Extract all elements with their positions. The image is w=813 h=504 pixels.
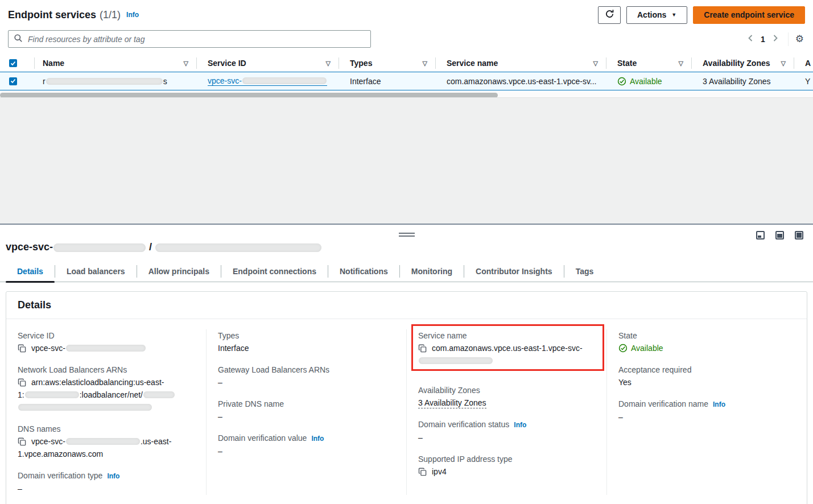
- field-domain-verification-name: Domain verification nameInfo–: [618, 398, 795, 423]
- field-label: Private DNS name: [218, 398, 395, 410]
- pagination: 1 ⚙: [744, 32, 805, 46]
- text-fragment: –: [618, 412, 623, 422]
- split-panel: vpce-svc- / DetailsLoad balancersAllow p…: [0, 224, 813, 504]
- value-line: Available: [618, 342, 795, 354]
- column-label: Availability Zones: [703, 59, 770, 68]
- prev-page-button[interactable]: [744, 33, 757, 45]
- field-value: arn:aws:elasticloadbalancing:us-east-1::…: [18, 376, 195, 414]
- panel-drag-handle[interactable]: [399, 233, 415, 238]
- page-number[interactable]: 1: [761, 35, 765, 44]
- copy-icon[interactable]: [18, 437, 31, 446]
- chevron-right-icon: [772, 34, 779, 44]
- column-header-state[interactable]: State▽: [606, 55, 691, 72]
- copy-icon[interactable]: [418, 344, 432, 353]
- availability-zones-link[interactable]: 3 Availability Zones: [418, 398, 486, 408]
- tab-endpoint-connections[interactable]: Endpoint connections: [221, 261, 328, 282]
- field-value: com.amazonaws.vpce.us-east-1.vpce-svc-: [418, 342, 595, 367]
- search-input[interactable]: [27, 34, 365, 44]
- value-line: arn:aws:elasticloadbalancing:us-east-: [18, 376, 195, 389]
- divider: [788, 32, 789, 46]
- field-label-text: Service ID: [18, 331, 55, 340]
- text-fragment: r: [43, 77, 46, 86]
- row-checkbox-cell: [0, 77, 34, 85]
- info-link[interactable]: Info: [126, 11, 139, 19]
- info-link[interactable]: Info: [514, 421, 526, 429]
- copy-icon[interactable]: [18, 378, 31, 387]
- field-dns-names: DNS namesvpce-svc-.us-east-1.vpce.amazon…: [18, 423, 195, 460]
- tab-contributor-insights[interactable]: Contributor Insights: [464, 261, 564, 282]
- column-header-name[interactable]: Name▽: [34, 55, 196, 72]
- field-label: Domain verification statusInfo: [418, 418, 595, 431]
- redacted-text: [242, 77, 327, 84]
- filter-icon[interactable]: ▽: [326, 60, 331, 67]
- copy-icon[interactable]: [18, 344, 31, 353]
- availability-zones-link[interactable]: 3 Availability Zones: [703, 77, 771, 86]
- tab-allow-principals[interactable]: Allow principals: [137, 261, 221, 282]
- text-fragment: /: [146, 241, 155, 253]
- tab-notifications[interactable]: Notifications: [328, 261, 399, 282]
- filter-icon[interactable]: ▽: [781, 60, 786, 67]
- column-label: Name: [43, 59, 64, 68]
- field-service-id: Service IDvpce-svc-: [18, 329, 195, 354]
- page-title: Endpoint services: [8, 9, 96, 21]
- actions-button[interactable]: Actions ▼: [626, 6, 687, 24]
- info-link[interactable]: Info: [311, 435, 324, 443]
- copy-icon[interactable]: [418, 467, 432, 476]
- settings-button[interactable]: ⚙: [794, 34, 805, 44]
- field-value: Yes: [618, 376, 795, 389]
- column-header-availability-zones[interactable]: Availability Zones▽: [691, 55, 794, 72]
- field-domain-verification-type: Domain verification typeInfo–: [18, 469, 195, 495]
- tab-tags[interactable]: Tags: [564, 261, 605, 282]
- field-value: vpce-svc-: [18, 342, 195, 354]
- column-label: State: [617, 59, 637, 68]
- field-value: 3 Availability Zones: [418, 396, 595, 409]
- search-box[interactable]: [8, 30, 371, 48]
- tab-load-balancers[interactable]: Load balancers: [55, 261, 137, 282]
- column-header-service-name[interactable]: Service name▽: [435, 55, 606, 72]
- tab-bar: DetailsLoad balancersAllow principalsEnd…: [0, 261, 813, 282]
- filter-icon[interactable]: ▽: [593, 60, 598, 67]
- field-label: Network Load Balancers ARNs: [18, 363, 195, 376]
- panel-size-small-icon[interactable]: [756, 231, 765, 239]
- filter-icon[interactable]: ▽: [423, 60, 427, 67]
- value-line: Yes: [618, 376, 795, 389]
- text-fragment: Interface: [218, 344, 249, 353]
- column-header-a[interactable]: A: [794, 55, 813, 72]
- info-link[interactable]: Info: [107, 472, 119, 480]
- table-cell-a: Y: [794, 77, 813, 86]
- next-page-button[interactable]: [769, 33, 782, 45]
- field-label: Acceptance required: [618, 363, 795, 376]
- value-line: 1::loadbalancer/net/: [18, 389, 195, 401]
- panel-title: vpce-svc- /: [6, 240, 807, 254]
- column-header-types[interactable]: Types▽: [339, 55, 435, 72]
- panel-size-medium-icon[interactable]: [775, 231, 784, 239]
- select-all-checkbox-checked[interactable]: [9, 59, 17, 67]
- chevron-left-icon: [747, 34, 754, 44]
- refresh-button[interactable]: [598, 6, 621, 24]
- service-id-link[interactable]: vpce-svc-: [208, 76, 327, 86]
- field-value: –: [218, 445, 395, 457]
- filter-icon[interactable]: ▽: [184, 60, 188, 67]
- redacted-text: [25, 391, 79, 398]
- table-cell-types: Interface: [339, 77, 435, 86]
- field-value: Available: [618, 342, 795, 354]
- column-header-service-id[interactable]: Service ID▽: [196, 55, 339, 72]
- field-label-text: Domain verification type: [18, 471, 102, 480]
- field-types: TypesInterface: [218, 329, 395, 354]
- field-label: Supported IP address type: [418, 453, 595, 465]
- column-label: Service ID: [208, 59, 246, 68]
- filter-icon[interactable]: ▽: [679, 60, 683, 67]
- panel-size-full-icon[interactable]: [795, 231, 803, 239]
- field-value: –: [218, 376, 395, 389]
- row-checkbox-checked[interactable]: [9, 77, 17, 85]
- tab-monitoring[interactable]: Monitoring: [400, 261, 464, 282]
- value-line: –: [418, 431, 595, 444]
- info-link[interactable]: Info: [713, 400, 725, 408]
- tab-details[interactable]: Details: [6, 261, 55, 282]
- field-label: DNS names: [18, 423, 195, 435]
- text-fragment: com.amazonaws.vpce.us-east-1.vpce-svc-: [432, 344, 583, 353]
- endpoint-services-page: { "colors": { "accent_orange": "#ec7211"…: [0, 0, 813, 504]
- text-fragment: s: [163, 77, 167, 86]
- create-endpoint-service-button[interactable]: Create endpoint service: [693, 6, 805, 24]
- field-label-text: Acceptance required: [618, 365, 691, 374]
